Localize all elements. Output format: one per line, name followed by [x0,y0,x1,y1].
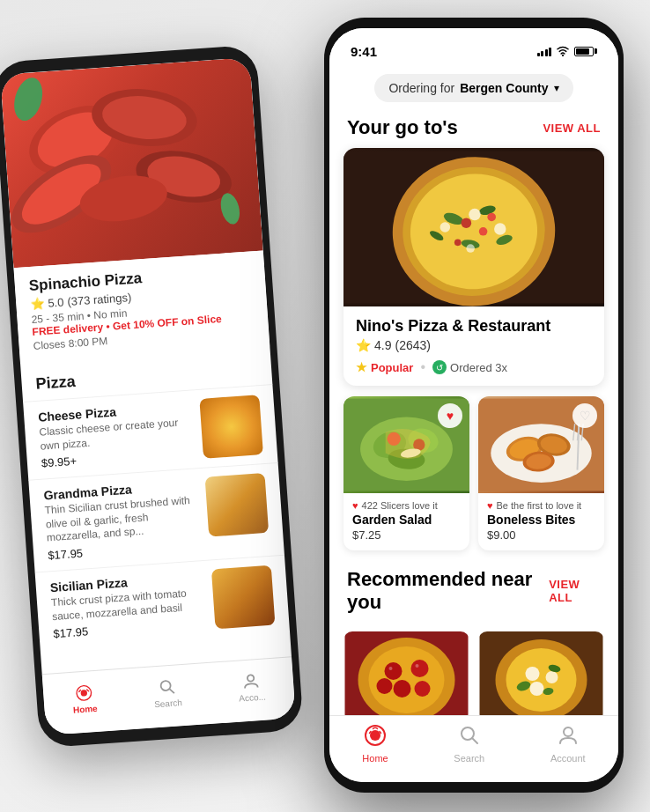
food-card-salad-image: ♥ [343,396,469,493]
food-card-wings-image: ♡ [478,396,604,493]
svg-point-60 [394,680,411,698]
svg-point-75 [370,730,380,741]
svg-point-62 [377,678,393,694]
svg-point-12 [81,690,88,697]
bottom-nav: Home Search [329,715,618,782]
rec-img-margherita[interactable] [478,631,604,715]
search-icon [458,724,481,750]
svg-point-30 [487,213,496,222]
svg-point-34 [466,244,475,253]
food-card-salad[interactable]: ♥ ♥ 422 Slicers love it Garden Salad $7.… [343,396,469,550]
star-icon: ⭐ [30,297,45,311]
svg-point-67 [506,648,577,712]
salad-name: Garden Salad [352,513,461,527]
svg-point-68 [526,667,540,681]
home-pizza-icon [364,724,387,750]
featured-rating: ⭐ 4.9 (2643) [356,338,592,352]
svg-point-16 [562,55,564,56]
svg-point-32 [440,222,451,233]
back-nav-home[interactable]: Home [71,683,98,715]
svg-point-27 [462,218,472,228]
svg-point-29 [454,239,462,246]
featured-img-bg [343,148,604,306]
back-bottom-nav: Home Search Acco... [42,656,296,735]
gotos-view-all[interactable]: VIEW ALL [543,122,601,135]
location-header: Ordering for Bergen County ▾ [329,67,618,113]
recommended-header: Recommended near you VIEW ALL [329,565,618,623]
featured-restaurant-card[interactable]: Nino's Pizza & Restaurant ⭐ 4.9 (2643) ★… [343,148,604,386]
svg-point-59 [411,660,429,677]
wings-heart-button[interactable]: ♡ [572,403,597,428]
food-card-salad-info: ♥ 422 Slicers love it Garden Salad $7.25 [343,493,469,550]
popular-badge: ★ Popular [356,360,413,374]
back-nav-account[interactable]: Acco... [237,671,266,704]
salad-price: $7.25 [352,528,461,542]
nav-item-search[interactable]: Search [454,724,484,764]
badge-separator: • [420,359,425,375]
svg-point-63 [389,667,393,670]
back-menu-item-sicilian[interactable]: Sicilian Pizza Thick crust pizza with to… [35,555,291,651]
svg-point-58 [385,662,403,680]
back-item-img-grandma [205,473,270,537]
status-time: 9:41 [351,44,377,59]
svg-line-14 [169,689,174,693]
back-nav-account-label: Acco... [239,692,266,704]
recommended-title: Recommended near you [347,568,549,614]
back-item-info-grandma: Grandma Pizza Thin Sicilian crust brushe… [43,478,201,563]
svg-point-28 [479,227,488,236]
wings-loves: ♥ Be the first to love it [487,500,595,511]
location-prefix: Ordering for [388,81,454,95]
svg-point-78 [564,727,572,736]
back-item-img-sicilian [211,565,276,630]
back-phone-screen: Spinachio Pizza ⭐ 5.0 (373 ratings) 25 -… [0,57,296,735]
back-item-info-sicilian: Sicilian Pizza Thick crust pizza with to… [49,570,206,640]
back-restaurant-info: Spinachio Pizza ⭐ 5.0 (373 ratings) 25 -… [13,250,270,364]
gotos-title: Your go to's [347,116,458,139]
front-content: Ordering for Bergen County ▾ Your go to'… [329,67,618,715]
wings-name: Boneless Bites [487,513,595,527]
svg-line-77 [472,738,477,743]
back-item-img-cheese [199,395,263,459]
heart-outline-icon: ♥ [487,500,493,511]
back-nav-search[interactable]: Search [152,676,182,709]
nav-item-account[interactable]: Account [550,724,586,764]
featured-info: Nino's Pizza & Restaurant ⭐ 4.9 (2643) ★… [343,306,604,386]
svg-point-13 [160,681,171,691]
popular-star-icon: ★ [356,360,367,374]
svg-point-69 [546,671,558,683]
salad-loves: ♥ 422 Slicers love it [352,500,461,511]
food-card-wings[interactable]: ♡ ♥ Be the first to love it Boneless Bit… [478,396,604,550]
svg-point-61 [415,681,431,697]
nav-item-home[interactable]: Home [362,724,388,764]
nav-account-label: Account [550,753,586,764]
back-nav-home-label: Home [73,704,98,715]
nav-search-label: Search [454,753,484,764]
account-icon [557,724,580,750]
status-bar: 9:41 [329,28,618,67]
svg-point-15 [247,675,255,682]
svg-point-9 [10,74,48,123]
svg-point-70 [530,682,544,696]
svg-point-31 [469,209,480,220]
heart-filled-icon: ♥ [352,500,358,511]
salad-heart-button[interactable]: ♥ [438,403,462,428]
back-nav-search-label: Search [154,698,182,709]
featured-star-icon: ⭐ [356,338,371,352]
back-phone: Spinachio Pizza ⭐ 5.0 (373 ratings) 25 -… [0,44,304,748]
location-pill[interactable]: Ordering for Bergen County ▾ [374,74,572,102]
back-menu-item-grandma[interactable]: Grandma Pizza Thin Sicilian crust brushe… [28,462,284,572]
gotos-header: Your go to's VIEW ALL [329,113,618,148]
wings-price: $9.00 [487,528,595,542]
battery-icon [574,47,597,56]
back-hero-image [0,57,263,268]
featured-restaurant-image [343,148,604,306]
nav-home-label: Home [362,753,388,764]
back-item-info-cheese: Cheese Pizza Classic cheese or create yo… [38,400,195,470]
rec-img-pepperoni[interactable] [343,631,469,715]
recommended-view-all[interactable]: VIEW ALL [549,578,601,604]
featured-restaurant-name: Nino's Pizza & Restaurant [356,317,592,336]
chevron-down-icon: ▾ [554,82,559,94]
location-name: Bergen County [460,81,548,95]
food-card-wings-info: ♥ Be the first to love it Boneless Bites… [478,493,604,550]
signal-icon [537,46,552,56]
